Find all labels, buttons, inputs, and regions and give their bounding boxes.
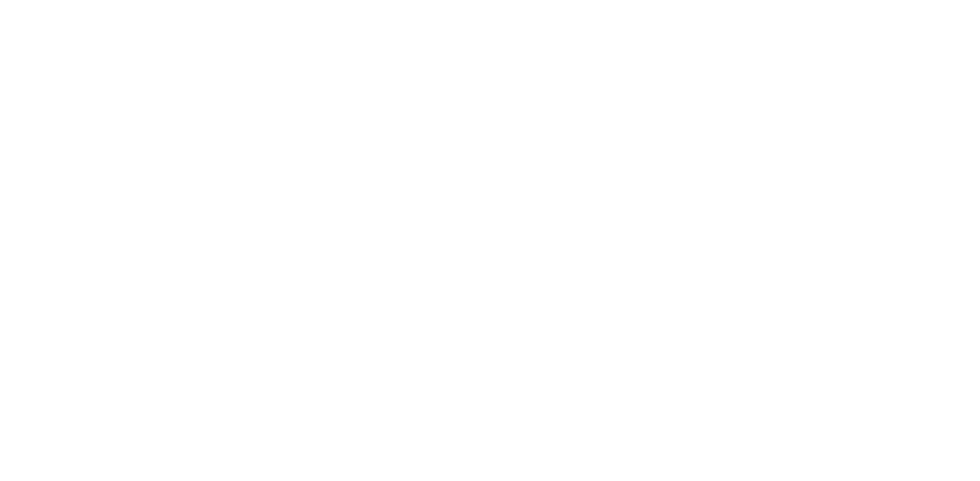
diagram-canvas (0, 0, 980, 481)
